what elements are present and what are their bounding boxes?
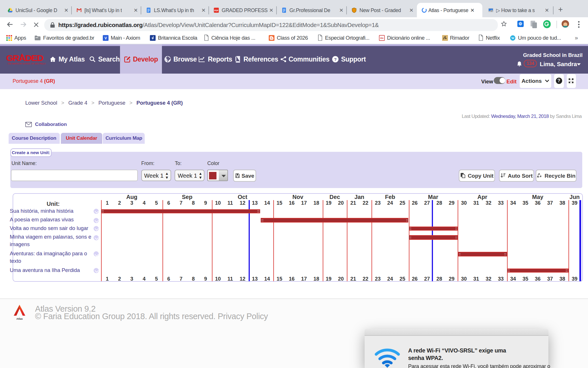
svg-text:W: W: [511, 36, 514, 39]
svg-text:V: V: [104, 36, 107, 40]
svg-text:PDF: PDF: [214, 9, 218, 12]
svg-text:iDic: iDic: [380, 37, 384, 39]
svg-text:?: ?: [334, 57, 336, 62]
